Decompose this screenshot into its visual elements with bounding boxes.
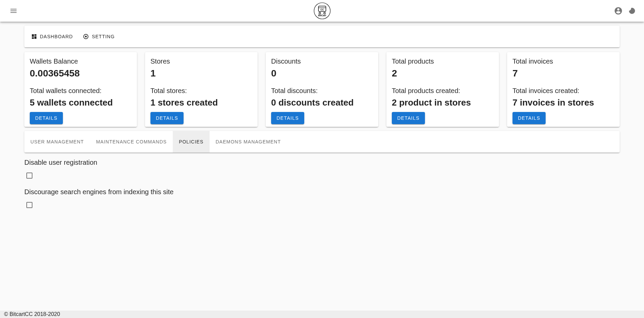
svg-point-5 — [324, 13, 325, 14]
card-stores: Stores 1 Total stores: 1 stores created … — [145, 52, 258, 127]
logo-text: BitCart — [318, 14, 326, 17]
details-button[interactable]: Details — [150, 112, 184, 124]
card-detail: 0 discounts created — [271, 97, 373, 108]
card-value: 0.00365458 — [30, 68, 132, 79]
card-value: 1 — [150, 68, 252, 79]
account-button[interactable] — [612, 4, 625, 18]
card-detail: 7 invoices in stores — [512, 97, 614, 108]
menu-button[interactable] — [5, 3, 22, 19]
label-disable-registration: Disable user registration — [24, 159, 620, 166]
card-title: Total products — [392, 58, 494, 65]
card-value: 7 — [512, 68, 614, 79]
card-sub: Total invoices created: — [512, 87, 614, 95]
card-detail: 5 wallets connected — [30, 97, 132, 108]
tab-daemons-management[interactable]: Daemons management — [210, 131, 287, 153]
card-sub: Total discounts: — [271, 87, 373, 95]
checkbox-disable-registration[interactable] — [26, 173, 32, 179]
account-icon — [614, 6, 623, 15]
details-button[interactable]: Details — [271, 112, 304, 124]
card-discounts: Discounts 0 Total discounts: 0 discounts… — [266, 52, 378, 127]
nav-dashboard[interactable]: Dashboard — [31, 33, 73, 40]
tab-policies[interactable]: Policies — [173, 131, 210, 153]
card-sub: Total products created: — [392, 87, 494, 95]
card-value: 2 — [392, 68, 494, 79]
policies-form: Disable user registration Discourage sea… — [24, 153, 620, 208]
checkbox-discourage-search[interactable] — [26, 202, 32, 208]
card-title: Discounts — [271, 58, 373, 65]
hamburger-icon — [9, 7, 18, 15]
card-detail: 1 stores created — [150, 97, 252, 108]
stats-row: Wallets Balance 0.00365458 Total wallets… — [24, 52, 620, 127]
moon-icon — [628, 7, 636, 15]
card-invoices: Total invoices 7 Total invoices created:… — [507, 52, 620, 127]
card-sub: Total wallets connected: — [30, 87, 132, 95]
nav-dashboard-label: Dashboard — [40, 34, 73, 39]
logo[interactable]: CC BitCart — [314, 2, 331, 19]
tab-user-management[interactable]: User management — [24, 131, 90, 153]
nav-card: Dashboard Setting — [24, 26, 620, 47]
eye-icon — [82, 33, 89, 40]
label-discourage-search: Discourage search engines from indexing … — [24, 188, 620, 196]
nav-setting[interactable]: Setting — [82, 33, 115, 40]
details-button[interactable]: Details — [30, 112, 63, 124]
nav-setting-label: Setting — [92, 34, 115, 39]
card-value: 0 — [271, 68, 373, 79]
details-button[interactable]: Details — [392, 112, 425, 124]
svg-text:CC: CC — [320, 8, 324, 11]
main-content: Dashboard Setting Wallets Balance 0.0036… — [0, 22, 644, 208]
card-wallets: Wallets Balance 0.00365458 Total wallets… — [24, 52, 137, 127]
card-title: Stores — [150, 58, 252, 65]
svg-point-7 — [85, 36, 87, 38]
card-title: Wallets Balance — [30, 58, 132, 65]
bitcart-logo-icon: CC BitCart — [314, 2, 331, 19]
card-products: Total products 2 Total products created:… — [386, 52, 499, 127]
dashboard-icon — [31, 33, 37, 40]
app-header: CC BitCart — [0, 0, 644, 22]
tab-maintenance-commands[interactable]: Maintenance commands — [90, 131, 173, 153]
card-title: Total invoices — [512, 58, 614, 65]
svg-point-4 — [319, 13, 320, 14]
card-detail: 2 product in stores — [392, 97, 494, 108]
details-button[interactable]: Details — [512, 112, 546, 124]
tabs: User management Maintenance commands Pol… — [24, 131, 620, 153]
theme-toggle-button[interactable] — [625, 4, 639, 18]
card-sub: Total stores: — [150, 87, 252, 95]
